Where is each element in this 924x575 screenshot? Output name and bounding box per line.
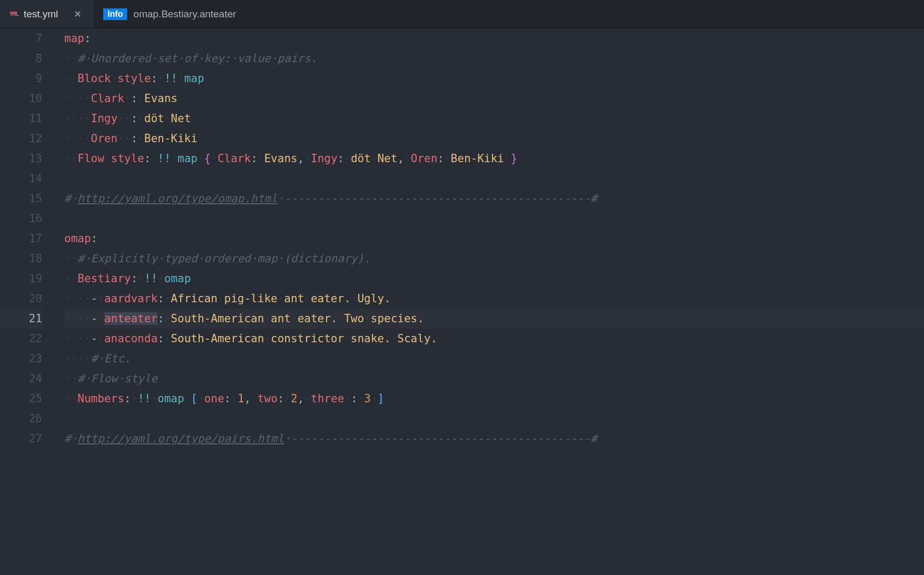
editor[interactable]: 789101112131415161718192021222324252627 …	[0, 28, 924, 575]
line-number: 8	[0, 48, 42, 68]
line-number: 17	[0, 229, 42, 249]
code-line[interactable]: #·http://yaml.org/type/omap.html·-------…	[64, 189, 924, 209]
line-number: 14	[0, 168, 42, 189]
gutter: 789101112131415161718192021222324252627	[0, 28, 53, 575]
tab-bar: YML test.yml ✕ Info omap.Bestiary.anteat…	[0, 0, 924, 28]
code-line[interactable]: map:	[64, 28, 924, 48]
code-line[interactable]	[64, 168, 924, 189]
breadcrumb-path: omap.Bestiary.anteater	[133, 8, 236, 20]
line-number: 24	[0, 369, 42, 389]
code-line[interactable]: ··Block·style:·!!·map	[64, 68, 924, 88]
tab-label: test.yml	[24, 8, 58, 20]
code-line[interactable]: ····Oren··:·Ben-Kiki	[64, 128, 924, 148]
line-number: 12	[0, 128, 42, 148]
code-line[interactable]: ····-·anaconda:·South-American·constrict…	[64, 329, 924, 349]
close-icon[interactable]: ✕	[74, 8, 82, 20]
line-number: 27	[0, 429, 42, 449]
line-number: 23	[0, 349, 42, 369]
line-number: 20	[0, 289, 42, 309]
code-line[interactable]	[64, 409, 924, 429]
code-line[interactable]: ··#·Explicitly·typed·ordered·map·(dictio…	[64, 249, 924, 269]
line-number: 26	[0, 409, 42, 429]
code-line[interactable]: ··Numbers:·!!·omap·[·one:·1,·two:·2,·thr…	[64, 389, 924, 409]
line-number: 10	[0, 88, 42, 108]
info-badge: Info	[103, 8, 127, 20]
line-number: 9	[0, 68, 42, 88]
line-number: 16	[0, 209, 42, 229]
code-line[interactable]: ····Ingy··:·döt·Net	[64, 108, 924, 128]
code-line[interactable]	[64, 209, 924, 229]
line-number: 15	[0, 189, 42, 209]
code-line[interactable]: #·http://yaml.org/type/pairs.html·------…	[64, 429, 924, 449]
yaml-file-icon: YML	[9, 11, 18, 17]
code-line[interactable]: ··Flow·style:·!!·map·{·Clark:·Evans,·Ing…	[64, 148, 924, 168]
line-number: 11	[0, 108, 42, 128]
code-line[interactable]: omap:	[64, 229, 924, 249]
line-number: 7	[0, 28, 42, 48]
code-area[interactable]: map:··#·Unordered·set·of·key:·value·pair…	[53, 28, 924, 575]
line-number: 13	[0, 148, 42, 168]
code-line[interactable]: ····#·Etc.	[64, 349, 924, 369]
code-line[interactable]: ··#·Unordered·set·of·key:·value·pairs.	[64, 48, 924, 68]
code-line[interactable]: ··#·Flow·style	[64, 369, 924, 389]
breadcrumb[interactable]: Info omap.Bestiary.anteater	[95, 0, 244, 28]
code-line[interactable]: ····-·aardvark:·African·pig-like·ant·eat…	[64, 289, 924, 309]
line-number: 18	[0, 249, 42, 269]
code-line[interactable]: ····Clark·:·Evans	[64, 88, 924, 108]
code-line[interactable]: ····-·anteater:·South-American·ant·eater…	[64, 309, 924, 329]
code-line[interactable]: ··Bestiary:·!!·omap	[64, 269, 924, 289]
line-number: 21	[0, 309, 42, 329]
line-number: 22	[0, 329, 42, 349]
line-number: 19	[0, 269, 42, 289]
line-number: 25	[0, 389, 42, 409]
tab-test-yml[interactable]: YML test.yml ✕	[0, 0, 95, 28]
